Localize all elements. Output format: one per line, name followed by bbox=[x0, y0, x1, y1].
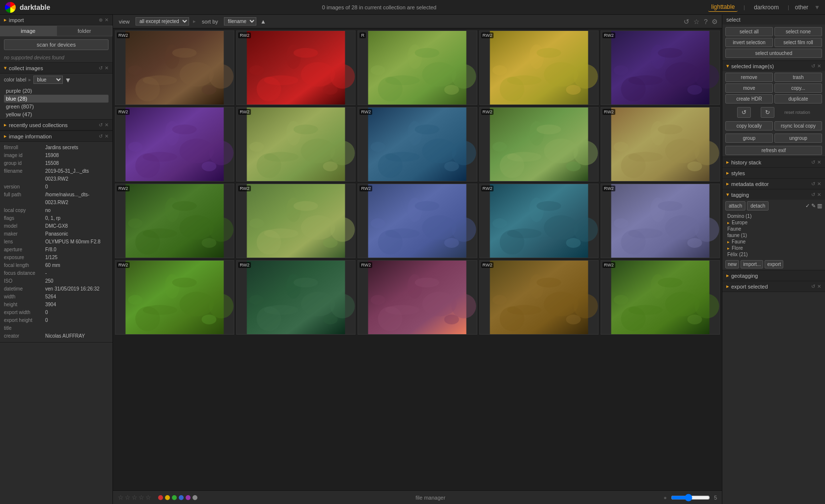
tag-item-felix[interactable]: Félix (21) bbox=[725, 251, 822, 258]
import-icon2[interactable]: ✕ bbox=[105, 17, 109, 23]
create-hdr-button[interactable]: create HDR bbox=[725, 94, 773, 104]
collect-clear-icon[interactable]: ▼ bbox=[65, 76, 72, 84]
selected-icon2[interactable]: ✕ bbox=[817, 63, 821, 69]
image-cell-17[interactable]: RW2 bbox=[358, 260, 477, 335]
move-button[interactable]: move bbox=[725, 83, 773, 93]
export-icon1[interactable]: ↺ bbox=[811, 284, 815, 289]
dot-yellow[interactable] bbox=[165, 495, 170, 500]
filter-select[interactable]: all except rejected bbox=[136, 17, 189, 26]
image-cell-11[interactable]: RW2 bbox=[236, 184, 356, 258]
image-cell-1[interactable]: RW2 bbox=[236, 30, 356, 105]
select-none-button[interactable]: select none bbox=[774, 27, 822, 36]
styles-header[interactable]: ▸ styles bbox=[722, 168, 825, 178]
image-cell-9[interactable]: RW2 bbox=[601, 107, 720, 182]
copy-button[interactable]: copy... bbox=[774, 83, 822, 93]
tag-item-flore[interactable]: ▸ Flore bbox=[725, 245, 822, 251]
rotate-ccw-button[interactable]: ↺ bbox=[737, 107, 751, 118]
select-all-button[interactable]: select all bbox=[725, 27, 773, 36]
star-1[interactable]: ☆ bbox=[118, 494, 124, 501]
scan-devices-button[interactable]: scan for devices bbox=[4, 39, 109, 50]
selected-icon1[interactable]: ↺ bbox=[811, 63, 815, 69]
zoom-out-icon[interactable]: ● bbox=[663, 495, 667, 501]
refresh-exif-button[interactable]: refresh exif bbox=[725, 146, 822, 155]
settings-icon[interactable]: ⚙ bbox=[712, 18, 718, 26]
color-item-yellow[interactable]: yellow (47) bbox=[4, 110, 109, 118]
dot-blue[interactable] bbox=[179, 495, 184, 500]
import-tag-button[interactable]: import... bbox=[741, 260, 763, 268]
invert-selection-button[interactable]: invert selection bbox=[725, 38, 773, 47]
image-cell-13[interactable]: RW2 bbox=[479, 184, 599, 258]
export-tag-button[interactable]: export bbox=[765, 260, 783, 268]
star-icon[interactable]: ☆ bbox=[693, 18, 700, 26]
tag-panel-icon[interactable]: ▥ bbox=[817, 203, 822, 209]
ungroup-button[interactable]: ungroup bbox=[774, 133, 822, 143]
dot-green[interactable] bbox=[172, 495, 177, 500]
new-tag-button[interactable]: new bbox=[725, 260, 739, 268]
file-manager-label[interactable]: file manager bbox=[415, 495, 445, 501]
mode-lighttable[interactable]: lighttable bbox=[708, 2, 738, 12]
remove-button[interactable]: remove bbox=[725, 73, 773, 82]
star-5[interactable]: ☆ bbox=[145, 494, 151, 501]
recently-icon2[interactable]: ✕ bbox=[105, 122, 109, 128]
refresh-icon[interactable]: ↺ bbox=[684, 18, 689, 26]
dot-gray[interactable] bbox=[192, 495, 197, 500]
history-icon2[interactable]: ✕ bbox=[817, 159, 821, 165]
metadata-icon1[interactable]: ↺ bbox=[811, 181, 815, 186]
zoom-slider[interactable] bbox=[671, 494, 710, 502]
tagging-icon2[interactable]: ✕ bbox=[817, 192, 821, 197]
image-info-icon1[interactable]: ↺ bbox=[99, 133, 103, 139]
trash-button[interactable]: trash bbox=[774, 73, 822, 82]
collect-icon2[interactable]: ✕ bbox=[105, 65, 109, 71]
tag-edit-icon[interactable]: ✎ bbox=[811, 203, 816, 209]
image-cell-0[interactable]: RW2 bbox=[115, 30, 234, 105]
metadata-header[interactable]: ▸ metadata editor ↺ ✕ bbox=[722, 179, 825, 189]
color-filter-select[interactable]: blue bbox=[33, 76, 63, 84]
duplicate-button[interactable]: duplicate bbox=[774, 94, 822, 104]
image-cell-19[interactable]: RW2 bbox=[601, 260, 720, 335]
image-cell-2[interactable]: R bbox=[358, 30, 477, 105]
export-header[interactable]: ▸ export selected ↺ ✕ bbox=[722, 281, 825, 292]
collect-icon1[interactable]: ↺ bbox=[99, 65, 103, 71]
mode-arrow[interactable]: ▼ bbox=[814, 4, 820, 11]
group-button[interactable]: group bbox=[725, 133, 773, 143]
image-cell-3[interactable]: RW2 bbox=[479, 30, 599, 105]
sort-field-select[interactable]: filename bbox=[224, 17, 256, 26]
image-cell-15[interactable]: RW2 bbox=[115, 260, 234, 335]
color-item-blue[interactable]: blue (28) bbox=[4, 95, 109, 103]
recently-section-header[interactable]: ▸ recently used collections ↺ ✕ bbox=[0, 120, 112, 131]
image-cell-4[interactable]: RW2 bbox=[601, 30, 720, 105]
image-cell-10[interactable]: RW2 bbox=[115, 184, 234, 258]
mode-darkroom[interactable]: darkroom bbox=[751, 3, 782, 12]
select-section-header[interactable]: select bbox=[722, 15, 825, 25]
history-stack-header[interactable]: ▸ history stack ↺ ✕ bbox=[722, 157, 825, 167]
attach-button[interactable]: attach bbox=[725, 201, 745, 211]
copy-locally-button[interactable]: copy locally bbox=[725, 121, 773, 131]
image-tab[interactable]: image bbox=[0, 26, 56, 36]
image-cell-16[interactable]: RW2 bbox=[236, 260, 356, 335]
color-item-green[interactable]: green (807) bbox=[4, 103, 109, 110]
geotagging-header[interactable]: ▸ geotagging bbox=[722, 270, 825, 281]
select-untouched-button[interactable]: select untouched bbox=[725, 49, 822, 58]
view-button[interactable]: view bbox=[117, 18, 132, 25]
dot-red[interactable] bbox=[158, 495, 163, 500]
tag-item-faune1[interactable]: Faune bbox=[725, 226, 822, 232]
image-cell-8[interactable]: RW2 bbox=[479, 107, 599, 182]
help-icon[interactable]: ? bbox=[704, 18, 708, 26]
star-4[interactable]: ☆ bbox=[138, 494, 144, 501]
tagging-header[interactable]: ▾ tagging ↺ ✕ bbox=[722, 189, 825, 200]
image-cell-6[interactable]: RW2 bbox=[236, 107, 356, 182]
image-cell-7[interactable]: RW2 bbox=[358, 107, 477, 182]
dot-purple[interactable] bbox=[186, 495, 191, 500]
tag-item-europe[interactable]: ▸ Europe bbox=[725, 219, 822, 226]
image-info-header[interactable]: ▸ image information ↺ ✕ bbox=[0, 131, 112, 142]
image-cell-5[interactable]: RW2 bbox=[115, 107, 234, 182]
tagging-icon1[interactable]: ↺ bbox=[811, 192, 815, 197]
selected-images-header[interactable]: ▾ selected image(s) ↺ ✕ bbox=[722, 61, 825, 71]
import-section-header[interactable]: ▸ import ⊕ ✕ bbox=[0, 15, 112, 26]
tag-item-domino[interactable]: Domino (1) bbox=[725, 213, 822, 219]
rsync-button[interactable]: rsync local copy bbox=[774, 121, 822, 131]
history-icon1[interactable]: ↺ bbox=[811, 159, 815, 165]
sort-asc-icon[interactable]: ▲ bbox=[260, 18, 266, 25]
tag-check-icon[interactable]: ✓ bbox=[805, 203, 810, 209]
color-item-purple[interactable]: purple (20) bbox=[4, 87, 109, 95]
